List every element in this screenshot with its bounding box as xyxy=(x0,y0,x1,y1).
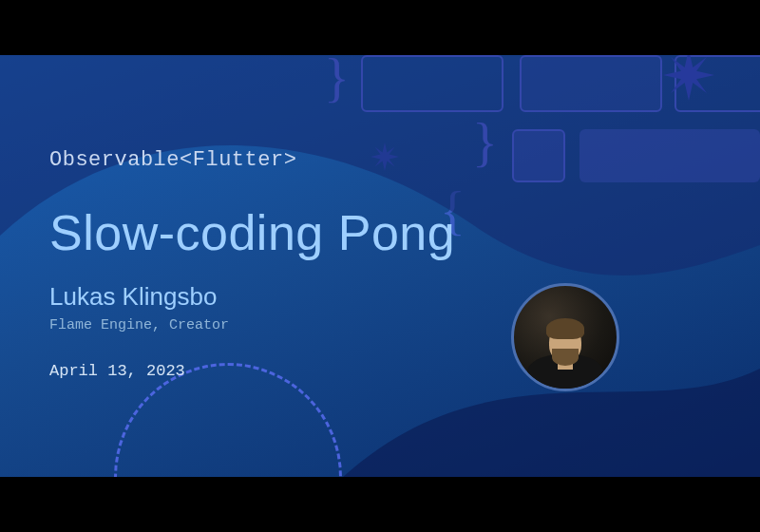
speaker-name: Lukas Klingsbo xyxy=(49,282,455,312)
series-label: Observable<Flutter> xyxy=(49,148,455,172)
speaker-role: Flame Engine, Creator xyxy=(49,317,455,333)
video-title-card: } } { { Observable<Flutter> Slow-coding … xyxy=(0,55,760,477)
avatar xyxy=(511,283,619,391)
deco-rect-icon xyxy=(580,129,760,182)
content-block: Observable<Flutter> Slow-coding Pong Luk… xyxy=(49,148,455,380)
curly-brace-icon: } xyxy=(472,112,498,173)
letterbox-bottom xyxy=(0,477,760,532)
letterbox-top xyxy=(0,0,760,55)
talk-title: Slow-coding Pong xyxy=(49,204,455,261)
curly-brace-icon: } xyxy=(324,55,350,108)
avatar-image xyxy=(522,320,609,391)
talk-date: April 13, 2023 xyxy=(49,362,455,380)
deco-rect-icon xyxy=(361,55,504,112)
deco-rect-icon xyxy=(512,129,565,182)
dotted-circle-icon xyxy=(114,363,342,477)
deco-rect-icon xyxy=(520,55,662,112)
